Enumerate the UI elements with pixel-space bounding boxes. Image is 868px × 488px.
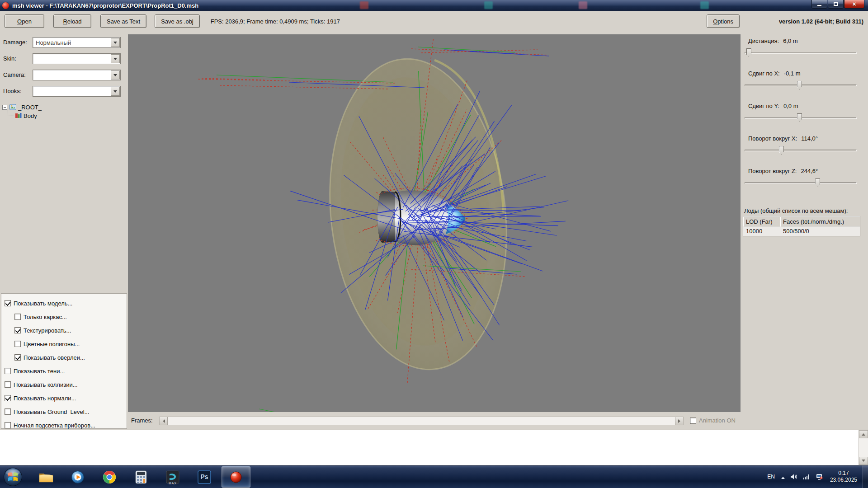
up-arrow-icon — [781, 475, 785, 479]
3d-scene — [128, 34, 741, 412]
display-option[interactable]: Показывать коллизии... — [5, 380, 78, 389]
chevron-down-icon[interactable] — [111, 38, 120, 47]
display-option[interactable]: Показывать тени... — [5, 367, 65, 375]
slider-thumb[interactable] — [815, 178, 820, 187]
photoshop-label: Ps — [198, 473, 211, 480]
3d-viewport[interactable] — [128, 34, 741, 412]
clock[interactable]: 0:17 23.06.2025 — [830, 470, 857, 483]
calculator-icon — [135, 470, 147, 484]
column-header[interactable]: LOD (Far) — [743, 216, 780, 226]
animation-toggle[interactable]: Animation ON — [690, 417, 736, 424]
checkbox[interactable] — [5, 395, 11, 401]
save-as-text-button[interactable]: Save as Text — [100, 14, 146, 28]
up-arrow-icon — [862, 432, 865, 436]
toolbar: Open Reload Save as Text Save as .obj FP… — [0, 11, 868, 32]
taskbar-3dsmax-button[interactable]: MAX — [158, 466, 187, 488]
tree-node-body[interactable]: Body — [15, 112, 37, 120]
slider-label: Сдвиг по X: — [748, 70, 780, 77]
log-area — [0, 430, 868, 465]
explorer-icon — [39, 471, 53, 483]
checkbox[interactable] — [5, 368, 11, 374]
checkbox[interactable] — [5, 408, 11, 415]
skin-dropdown[interactable] — [33, 53, 121, 64]
reload-label: Reload — [63, 18, 81, 25]
table-row[interactable]: 10000500/500/0 — [743, 226, 860, 236]
chevron-down-icon[interactable] — [111, 70, 120, 80]
log-scrollbar[interactable] — [859, 430, 868, 465]
checkbox-label: Текстурировать... — [24, 327, 71, 334]
display-option[interactable]: Показывать модель... — [5, 299, 72, 307]
camera-dropdown[interactable] — [33, 70, 121, 80]
scroll-left-button[interactable] — [160, 417, 168, 425]
hidden-icons-button[interactable] — [781, 475, 785, 479]
maximize-button[interactable] — [828, 0, 844, 9]
damage-dropdown[interactable]: Нормальный — [33, 37, 121, 48]
hooks-dropdown[interactable] — [33, 86, 121, 97]
close-button[interactable]: × — [844, 0, 864, 9]
checkbox-label: Показывать коллизии... — [14, 381, 78, 388]
collapse-icon[interactable] — [2, 105, 7, 110]
animation-checkbox[interactable] — [690, 418, 696, 424]
show-desktop-button[interactable] — [863, 465, 868, 488]
app-icon — [2, 2, 9, 9]
reload-button[interactable]: Reload — [53, 14, 91, 28]
slider-thumb[interactable] — [797, 113, 802, 122]
checkbox-label: Показывать тени... — [14, 368, 65, 375]
taskbar-media-player-button[interactable] — [63, 466, 92, 488]
slider-thumb[interactable] — [746, 48, 751, 57]
checkbox[interactable] — [14, 354, 21, 361]
start-button[interactable] — [3, 467, 23, 487]
titlebar[interactable]: msh viewer - F:\TARAKAN67\proprotor\EXPO… — [0, 0, 868, 11]
scroll-right-button[interactable] — [675, 417, 683, 425]
display-option[interactable]: Текстурировать... — [14, 326, 71, 334]
tree-node-label: Body — [24, 113, 37, 119]
scroll-down-button[interactable] — [859, 457, 868, 465]
taskbar-chrome-button[interactable] — [95, 466, 124, 488]
display-option[interactable]: Показывать нормали... — [5, 394, 76, 402]
chevron-down-icon[interactable] — [111, 54, 120, 63]
display-options-panel: Показывать модель...Только каркас...Текс… — [1, 293, 127, 429]
chevron-down-icon[interactable] — [111, 87, 120, 96]
slider-track[interactable] — [745, 182, 857, 184]
checkbox-label: Показывать модель... — [14, 300, 72, 307]
language-indicator[interactable]: EN — [767, 474, 775, 480]
lod-table: LOD (Far)Faces (tot./norm./dmg.)10000500… — [743, 216, 860, 236]
taskbar-photoshop-button[interactable]: Ps — [190, 466, 219, 488]
slider-group: Сдвиг по Y:0,0 m — [741, 103, 868, 131]
display-option[interactable]: Показывать оверлеи... — [14, 353, 85, 361]
slider-track[interactable] — [745, 52, 857, 54]
checkbox[interactable] — [14, 314, 21, 320]
options-button[interactable]: Options — [707, 14, 740, 28]
column-header[interactable]: Faces (tot./norm./dmg.) — [780, 216, 860, 226]
checkbox-label: Показывать оверлеи... — [24, 354, 85, 361]
scene-tree: _ROOT_ Body — [0, 103, 128, 130]
slider-group: Поворот вокруг X:114,0° — [741, 135, 868, 163]
checkbox-label: Только каркас... — [24, 314, 67, 320]
msh-viewer-icon — [230, 471, 242, 483]
left-panel: Damage:НормальныйSkin:Camera:Hooks: _ROO… — [0, 32, 128, 430]
background-window-tint — [579, 1, 587, 9]
tray-app-icon[interactable] — [816, 474, 823, 480]
taskbar-msh-viewer-button[interactable] — [222, 466, 250, 488]
checkbox[interactable] — [5, 300, 11, 306]
checkbox[interactable] — [5, 381, 11, 388]
slider-value: -0,1 m — [784, 70, 801, 77]
slider-thumb[interactable] — [797, 81, 802, 89]
display-option[interactable]: Цветные полигоны... — [14, 340, 80, 348]
volume-icon[interactable] — [790, 474, 797, 480]
open-button[interactable]: Open — [5, 14, 44, 28]
checkbox[interactable] — [14, 327, 21, 333]
taskbar-explorer-button[interactable] — [32, 466, 61, 488]
slider-track[interactable] — [745, 150, 857, 151]
scroll-up-button[interactable] — [859, 430, 868, 438]
slider-thumb[interactable] — [779, 146, 784, 155]
display-option[interactable]: Только каркас... — [14, 313, 67, 321]
right-arrow-icon — [678, 419, 682, 423]
network-icon[interactable] — [803, 474, 810, 480]
frames-scrollbar[interactable] — [159, 417, 684, 425]
save-as-obj-button[interactable]: Save as .obj — [155, 14, 200, 28]
checkbox[interactable] — [14, 341, 21, 347]
taskbar-calculator-button[interactable] — [127, 466, 156, 488]
table-header: LOD (Far)Faces (tot./norm./dmg.) — [743, 216, 860, 226]
minimize-button[interactable] — [811, 0, 827, 9]
